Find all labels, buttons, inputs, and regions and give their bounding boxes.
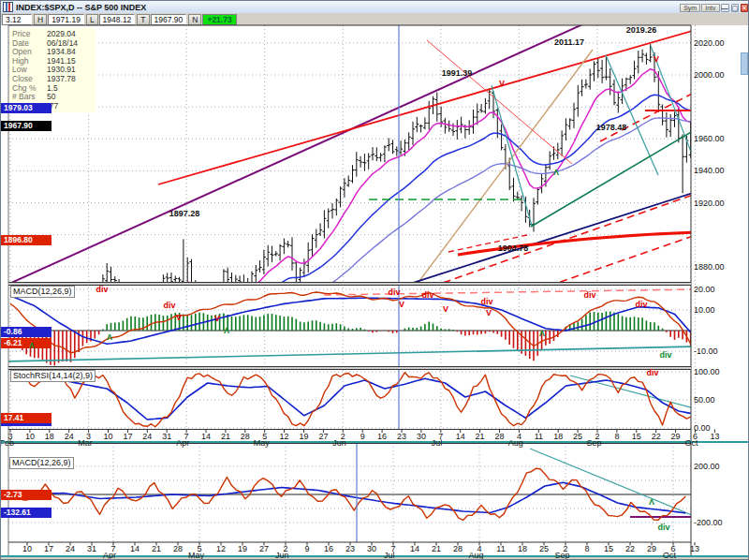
chart-window: INDEX:$SPX,D -- S&P 500 INDEX SymIntv —▢… [0,0,749,560]
data-field-label: Bar Ix [12,102,47,111]
chart-canvas[interactable] [1,1,749,560]
data-window: Price2029.04Date06/18/14Open1934.84High1… [9,28,95,112]
scrollbar-thumb[interactable] [741,52,748,75]
data-field-value: -77 [47,102,93,111]
data-window-row: Bar Ix-77 [12,102,93,111]
